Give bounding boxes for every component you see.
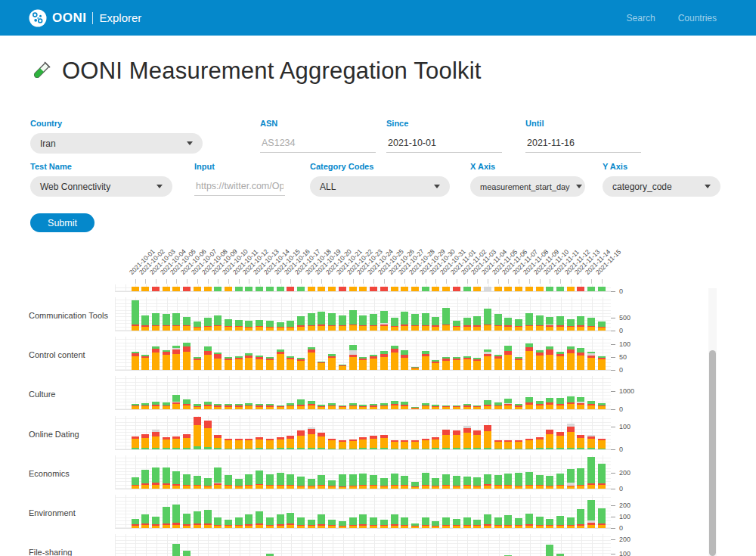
stacked-bar-segment[interactable] <box>515 319 522 326</box>
stacked-bar-segment[interactable] <box>401 405 408 406</box>
stacked-bar-segment[interactable] <box>401 526 408 528</box>
stacked-bar-segment[interactable] <box>370 404 377 405</box>
stacked-bar[interactable] <box>525 287 533 291</box>
stacked-bar-segment[interactable] <box>287 328 294 331</box>
stacked-bar-segment[interactable] <box>141 325 149 326</box>
stacked-bar-segment[interactable] <box>172 436 180 440</box>
stacked-bar-segment[interactable] <box>494 359 502 370</box>
stacked-bar-segment[interactable] <box>141 523 149 525</box>
stacked-bar-segment[interactable] <box>245 440 253 448</box>
stacked-bar-segment[interactable] <box>318 433 325 436</box>
stacked-bar-segment[interactable] <box>401 440 408 442</box>
stacked-bar-segment[interactable] <box>194 446 201 449</box>
stacked-bar[interactable] <box>422 287 429 291</box>
stacked-bar-segment[interactable] <box>587 457 595 483</box>
stacked-bar-segment[interactable] <box>235 525 243 526</box>
stacked-bar-segment[interactable] <box>473 327 481 331</box>
stacked-bar-segment[interactable] <box>225 357 232 359</box>
stacked-bar-segment[interactable] <box>391 349 398 353</box>
stacked-bar-segment[interactable] <box>453 435 460 449</box>
stacked-bar-segment[interactable] <box>245 474 253 485</box>
stacked-bar-segment[interactable] <box>473 435 481 449</box>
stacked-bar-segment[interactable] <box>494 402 502 405</box>
stacked-bar-segment[interactable] <box>463 428 471 433</box>
stacked-bar-segment[interactable] <box>235 440 243 448</box>
stacked-bar-segment[interactable] <box>287 321 294 326</box>
stacked-bar-segment[interactable] <box>297 327 305 331</box>
stacked-bar-segment[interactable] <box>204 355 212 370</box>
stacked-bar-segment[interactable] <box>256 405 263 406</box>
stacked-bar-segment[interactable] <box>536 405 544 409</box>
stacked-bar-segment[interactable] <box>287 436 294 439</box>
stacked-bar-segment[interactable] <box>463 405 471 406</box>
stacked-bar-segment[interactable] <box>411 442 419 449</box>
stacked-bar-segment[interactable] <box>194 328 201 331</box>
stacked-bar-segment[interactable] <box>463 448 471 449</box>
stacked-bar-segment[interactable] <box>152 526 160 528</box>
stacked-bar-segment[interactable] <box>525 524 533 526</box>
stacked-bar-segment[interactable] <box>556 526 564 528</box>
stacked-bar-segment[interactable] <box>442 359 450 361</box>
x-axis-select[interactable]: measurement_start_day <box>470 176 585 197</box>
stacked-bar-segment[interactable] <box>463 318 471 325</box>
stacked-bar-segment[interactable] <box>214 483 222 485</box>
stacked-bar-segment[interactable] <box>598 483 606 485</box>
stacked-bar[interactable] <box>318 287 325 291</box>
nav-link-countries[interactable]: Countries <box>678 13 717 23</box>
stacked-bar-segment[interactable] <box>132 436 139 440</box>
stacked-bar-segment[interactable] <box>183 486 191 489</box>
stacked-bar-segment[interactable] <box>266 360 274 370</box>
stacked-bar-segment[interactable] <box>567 427 575 432</box>
stacked-bar-segment[interactable] <box>411 482 419 486</box>
stacked-bar-segment[interactable] <box>463 477 471 486</box>
stacked-bar[interactable] <box>349 287 357 291</box>
stacked-bar-segment[interactable] <box>349 441 357 449</box>
stacked-bar-segment[interactable] <box>422 354 429 356</box>
stacked-bar[interactable] <box>380 287 388 291</box>
stacked-bar-segment[interactable] <box>587 404 595 405</box>
stacked-bar-segment[interactable] <box>463 327 471 331</box>
stacked-bar-segment[interactable] <box>453 476 460 486</box>
stacked-bar-segment[interactable] <box>235 486 243 489</box>
stacked-bar[interactable] <box>432 287 439 291</box>
stacked-bar-segment[interactable] <box>297 325 305 326</box>
stacked-bar-segment[interactable] <box>380 478 388 486</box>
stacked-bar-segment[interactable] <box>132 406 139 409</box>
stacked-bar-segment[interactable] <box>577 438 584 448</box>
stacked-bar-segment[interactable] <box>318 524 325 526</box>
stacked-bar-segment[interactable] <box>225 407 232 409</box>
stacked-bar-segment[interactable] <box>463 517 471 525</box>
stacked-bar-segment[interactable] <box>453 486 460 486</box>
stacked-bar-segment[interactable] <box>328 480 336 486</box>
stacked-bar-segment[interactable] <box>484 349 491 352</box>
stacked-bar-segment[interactable] <box>245 328 253 331</box>
stacked-bar-segment[interactable] <box>308 326 315 331</box>
stacked-bar-segment[interactable] <box>411 408 419 409</box>
stacked-bar-segment[interactable] <box>308 427 315 429</box>
stacked-bar-segment[interactable] <box>214 354 222 359</box>
stacked-bar-segment[interactable] <box>422 486 429 489</box>
stacked-bar-segment[interactable] <box>194 321 201 327</box>
stacked-bar[interactable] <box>287 287 294 291</box>
stacked-bar-segment[interactable] <box>152 353 160 370</box>
stacked-bar-segment[interactable] <box>308 448 315 449</box>
stacked-bar-segment[interactable] <box>473 525 481 526</box>
stacked-bar-segment[interactable] <box>172 523 180 525</box>
stacked-bar-segment[interactable] <box>411 368 419 368</box>
stacked-bar-segment[interactable] <box>484 526 491 528</box>
stacked-bar-segment[interactable] <box>401 476 408 486</box>
stacked-bar-segment[interactable] <box>152 448 160 449</box>
stacked-bar-segment[interactable] <box>308 404 315 405</box>
stacked-bar-segment[interactable] <box>349 405 357 406</box>
stacked-bar-segment[interactable] <box>391 326 398 327</box>
stacked-bar-segment[interactable] <box>598 523 606 525</box>
stacked-bar-segment[interactable] <box>515 360 522 370</box>
stacked-bar-segment[interactable] <box>141 470 149 483</box>
stacked-bar-segment[interactable] <box>567 448 575 449</box>
stacked-bar-segment[interactable] <box>163 507 170 523</box>
stacked-bar-segment[interactable] <box>163 352 170 355</box>
stacked-bar-segment[interactable] <box>194 357 201 359</box>
stacked-bar-segment[interactable] <box>442 357 450 359</box>
stacked-bar-segment[interactable] <box>598 327 606 328</box>
stacked-bar-segment[interactable] <box>339 526 346 526</box>
